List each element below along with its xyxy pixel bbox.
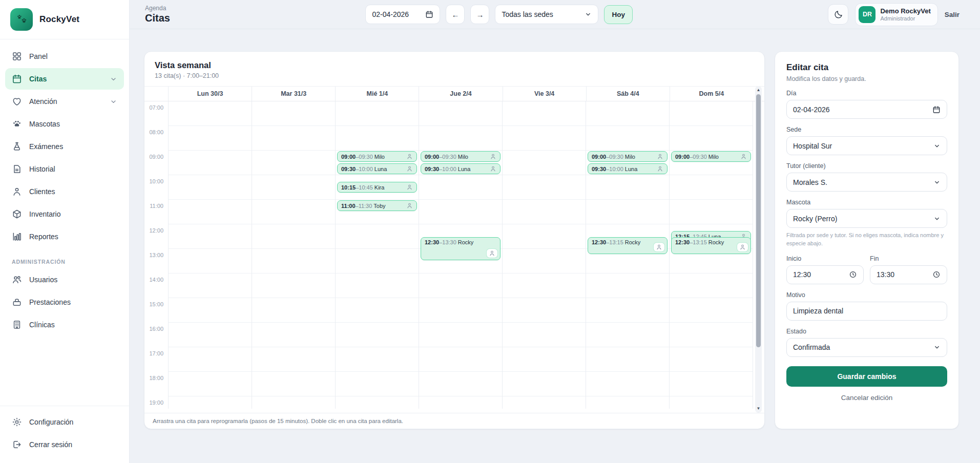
hour-cell[interactable] (252, 273, 335, 298)
hour-cell[interactable] (169, 323, 252, 347)
hour-cell[interactable] (169, 249, 252, 273)
hour-cell[interactable] (670, 323, 753, 347)
hour-cell[interactable] (169, 396, 252, 409)
hour-cell[interactable] (586, 200, 669, 224)
hour-cell[interactable] (169, 273, 252, 298)
hour-cell[interactable] (503, 347, 586, 372)
hour-cell[interactable] (336, 101, 419, 126)
hour-cell[interactable] (419, 273, 502, 298)
tutor-select[interactable]: Morales S. (786, 173, 947, 192)
appointment-chip[interactable]: 12:30–13:30Rocky (421, 237, 501, 260)
hour-cell[interactable] (670, 273, 753, 298)
hour-cell[interactable] (586, 372, 669, 396)
sidebar-item-citas[interactable]: Citas (5, 68, 124, 90)
theme-toggle-button[interactable] (828, 4, 848, 25)
appointment-chip[interactable]: 10:15–10:45Kira (337, 182, 417, 193)
hour-cell[interactable] (252, 200, 335, 224)
sidebar-item-clientes[interactable]: Clientes (5, 181, 124, 202)
sidebar-item-clinicas[interactable]: Clínicas (5, 314, 124, 335)
hour-cell[interactable] (586, 396, 669, 409)
hour-cell[interactable] (252, 101, 335, 126)
hour-cell[interactable] (586, 175, 669, 200)
hour-cell[interactable] (169, 175, 252, 200)
logout-link[interactable]: Salir (945, 11, 960, 18)
appointment-chip[interactable]: 09:30–10:00Luna (588, 163, 668, 174)
hour-cell[interactable] (419, 126, 502, 151)
hour-cell[interactable] (336, 323, 419, 347)
hour-cell[interactable] (586, 273, 669, 298)
hour-cell[interactable] (419, 396, 502, 409)
sidebar-item-configuracion[interactable]: Configuración (5, 411, 124, 433)
hour-cell[interactable] (586, 101, 669, 126)
user-chip[interactable]: DR Demo RockyVet Administrador (855, 3, 937, 26)
sidebar-item-usuarios[interactable]: Usuarios (5, 269, 124, 290)
appointment-chip[interactable]: 09:30–10:00Luna (337, 163, 417, 174)
hour-cell[interactable] (419, 347, 502, 372)
appointment-chip[interactable]: 09:30–10:00Luna (421, 163, 501, 174)
mascota-select[interactable]: Rocky (Perro) (786, 209, 947, 228)
today-button[interactable]: Hoy (604, 5, 633, 24)
hour-cell[interactable] (503, 273, 586, 298)
hour-cell[interactable] (503, 126, 586, 151)
hour-cell[interactable] (503, 200, 586, 224)
cancel-edit-link[interactable]: Cancelar edición (786, 394, 947, 402)
scrollbar-thumb[interactable] (756, 94, 761, 347)
hour-cell[interactable] (336, 396, 419, 409)
hour-cell[interactable] (586, 126, 669, 151)
hour-cell[interactable] (419, 298, 502, 323)
hour-cell[interactable] (586, 347, 669, 372)
appointment-chip[interactable]: 09:00–09:30Milo (671, 151, 751, 162)
sidebar-item-panel[interactable]: Panel (5, 46, 124, 67)
hour-cell[interactable] (252, 224, 335, 249)
appointment-chip[interactable]: 11:00–11:30Toby (337, 200, 417, 211)
hour-cell[interactable] (169, 126, 252, 151)
next-week-button[interactable]: → (470, 5, 489, 24)
hour-cell[interactable] (336, 126, 419, 151)
hour-cell[interactable] (670, 298, 753, 323)
sidebar-item-atencion[interactable]: Atención (5, 91, 124, 112)
hour-cell[interactable] (169, 101, 252, 126)
hour-cell[interactable] (336, 224, 419, 249)
appointment-chip[interactable]: 09:00–09:30Milo (337, 151, 417, 162)
hour-cell[interactable] (419, 101, 502, 126)
scroll-down-arrow[interactable]: ▼ (755, 406, 762, 412)
appointment-chip[interactable]: 12:30–13:15Rocky (588, 237, 668, 254)
save-button[interactable]: Guardar cambios (786, 366, 947, 387)
inicio-time-input[interactable]: 12:30 (786, 265, 864, 284)
hour-cell[interactable] (252, 151, 335, 175)
sidebar-item-historial[interactable]: Historial (5, 158, 124, 180)
appointment-chip[interactable]: 09:00–09:30Milo (421, 151, 501, 162)
sidebar-item-reportes[interactable]: Reportes (5, 226, 124, 247)
hour-cell[interactable] (252, 347, 335, 372)
hour-cell[interactable] (252, 298, 335, 323)
hour-cell[interactable] (670, 175, 753, 200)
hour-cell[interactable] (503, 249, 586, 273)
hour-cell[interactable] (503, 175, 586, 200)
hour-cell[interactable] (336, 347, 419, 372)
hour-cell[interactable] (503, 323, 586, 347)
hour-cell[interactable] (503, 396, 586, 409)
hour-cell[interactable] (670, 200, 753, 224)
hour-cell[interactable] (336, 372, 419, 396)
hour-cell[interactable] (670, 372, 753, 396)
sede-filter-select[interactable]: Todas las sedes (495, 5, 598, 24)
date-input[interactable]: 02-04-2026 (365, 5, 440, 24)
appointment-chip[interactable]: 12:30–13:15Rocky (671, 237, 751, 254)
hour-cell[interactable] (586, 323, 669, 347)
hour-cell[interactable] (169, 200, 252, 224)
prev-week-button[interactable]: ← (446, 5, 465, 24)
hour-cell[interactable] (169, 298, 252, 323)
hour-cell[interactable] (169, 372, 252, 396)
sede-select[interactable]: Hospital Sur (786, 136, 947, 155)
hour-cell[interactable] (252, 175, 335, 200)
hour-cell[interactable] (252, 249, 335, 273)
hour-cell[interactable] (252, 396, 335, 409)
hour-cell[interactable] (169, 224, 252, 249)
hour-cell[interactable] (252, 126, 335, 151)
hour-cell[interactable] (252, 323, 335, 347)
motivo-input[interactable]: Limpieza dental (786, 302, 947, 321)
hour-cell[interactable] (419, 200, 502, 224)
hour-cell[interactable] (169, 151, 252, 175)
hour-cell[interactable] (670, 101, 753, 126)
hour-cell[interactable] (336, 298, 419, 323)
